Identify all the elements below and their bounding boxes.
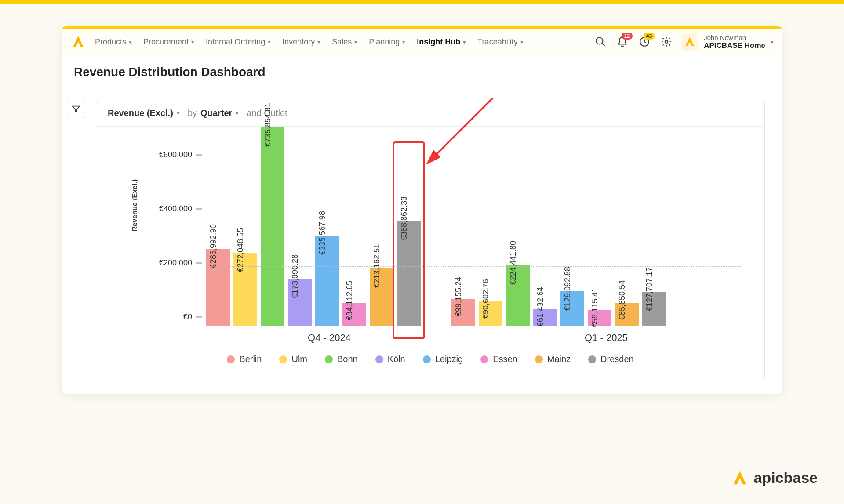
legend-item[interactable]: Bonn <box>325 354 358 364</box>
legend-label: Ulm <box>291 354 307 364</box>
plot-inner: €286,992.90€272,048.55€735,854.81€173,99… <box>206 137 742 326</box>
chart-plot: Revenue (Excl.) €0€200,000€400,000€600,0… <box>140 137 751 326</box>
chevron-down-icon: ▾ <box>520 39 524 45</box>
bar-group: €99,155.24€90,602.76€224,441.80€61,432.6… <box>451 137 666 326</box>
nav-item-traceability[interactable]: Traceability▾ <box>477 37 523 47</box>
bar[interactable]: €735,854.81 <box>261 137 284 326</box>
bar-value-label: €735,854.81 <box>263 103 273 147</box>
legend-swatch <box>325 355 333 363</box>
bar-value-label: €84,112.65 <box>345 281 354 320</box>
bar-value-label: €286,992.90 <box>209 224 218 268</box>
bar-group: €286,992.90€272,048.55€735,854.81€173,99… <box>206 137 421 326</box>
legend-swatch <box>535 355 543 363</box>
y-tick: €400,000 <box>159 204 202 214</box>
notifications-badge: 12 <box>622 33 633 40</box>
app-header: Products▾Procurement▾Internal Ordering▾I… <box>62 29 782 55</box>
chevron-down-icon: ▾ <box>191 39 194 45</box>
chart-controls: Revenue (Excl.) ▾ by Quarter ▾ and Outle… <box>96 100 764 127</box>
avatar <box>681 33 698 51</box>
chevron-down-icon: ▾ <box>317 39 320 45</box>
legend-swatch <box>279 355 287 363</box>
chevron-down-icon: ▾ <box>177 110 180 116</box>
bar[interactable]: €335,567.98 <box>315 137 339 326</box>
gear-icon[interactable] <box>661 36 672 47</box>
bar[interactable]: €286,992.90 <box>206 137 230 326</box>
bar-value-label: €173,990.28 <box>291 254 300 298</box>
chevron-down-icon: ▾ <box>771 39 774 45</box>
bell-icon[interactable]: 12 <box>617 36 628 47</box>
nav-item-insight-hub[interactable]: Insight Hub▾ <box>417 37 466 47</box>
brand-logo-icon[interactable] <box>70 34 86 50</box>
legend-label: Dresden <box>600 354 634 364</box>
groupby-value: Quarter <box>200 108 232 118</box>
legend-label: Köln <box>388 354 405 364</box>
legend-item[interactable]: Berlin <box>227 354 262 364</box>
footer-brand: apicbase <box>731 469 818 486</box>
user-menu[interactable]: John Newman APICBASE Home ▾ <box>681 33 774 51</box>
bar[interactable]: €84,112.65 <box>342 137 366 326</box>
legend-swatch <box>375 355 383 363</box>
bar-value-label: €129,092.88 <box>563 267 572 311</box>
bar-value-label: €59,115.41 <box>590 288 600 327</box>
bar-value-label: €388,862.33 <box>400 196 409 240</box>
chevron-down-icon: ▾ <box>402 39 405 45</box>
legend-item[interactable]: Essen <box>480 354 517 364</box>
bar[interactable]: €127,707.17 <box>642 137 666 326</box>
bar-value-label: €99,155.24 <box>454 277 463 316</box>
bar[interactable]: €99,155.24 <box>451 137 475 326</box>
nav-item-procurement[interactable]: Procurement▾ <box>143 37 194 47</box>
main-nav: Products▾Procurement▾Internal Ordering▾I… <box>95 37 595 47</box>
legend-swatch <box>423 355 431 363</box>
metric-dropdown[interactable]: Revenue (Excl.) ▾ <box>108 108 180 118</box>
legend-item[interactable]: Leipzig <box>423 354 463 364</box>
legend-item[interactable]: Dresden <box>588 354 634 364</box>
nav-item-sales[interactable]: Sales▾ <box>332 37 357 47</box>
chevron-down-icon: ▾ <box>129 39 132 45</box>
chevron-down-icon: ▾ <box>463 39 466 45</box>
by-label: by <box>188 108 197 118</box>
legend-item[interactable]: Ulm <box>279 354 307 364</box>
svg-line-1 <box>602 43 605 46</box>
legend-label: Berlin <box>239 354 262 364</box>
legend-label: Mainz <box>547 354 571 364</box>
bar[interactable]: €90,602.76 <box>479 137 502 326</box>
bar[interactable]: €59,115.41 <box>588 137 611 326</box>
chart-area: Revenue (Excl.) €0€200,000€400,000€600,0… <box>96 127 764 381</box>
bar[interactable]: €213,162.51 <box>370 137 393 326</box>
bar[interactable]: €272,048.55 <box>233 137 257 326</box>
legend-label: Bonn <box>337 354 358 364</box>
chart-card: Revenue (Excl.) ▾ by Quarter ▾ and Outle… <box>96 100 765 381</box>
bar[interactable]: €129,092.88 <box>560 137 584 326</box>
nav-item-internal-ordering[interactable]: Internal Ordering▾ <box>206 37 271 47</box>
search-icon[interactable] <box>595 36 606 47</box>
bar[interactable]: €388,862.33 <box>397 137 421 326</box>
bar-value-label: €127,707.17 <box>645 267 654 311</box>
y-tick: €600,000 <box>159 150 202 160</box>
bar[interactable]: €173,990.28 <box>288 137 312 326</box>
nav-item-planning[interactable]: Planning▾ <box>369 37 405 47</box>
page-title: Revenue Distribution Dashboard <box>74 65 770 79</box>
bar-value-label: €90,602.76 <box>481 279 491 319</box>
inbox-icon[interactable]: 43 <box>639 36 650 47</box>
bar-value-label: €85,850.54 <box>618 280 627 320</box>
bar[interactable]: €85,850.54 <box>615 137 639 326</box>
filter-button[interactable] <box>67 100 85 118</box>
legend-swatch <box>588 355 596 363</box>
legend-swatch <box>227 355 235 363</box>
x-tick: Q1 - 2025 <box>483 332 729 344</box>
y-axis-label: Revenue (Excl.) <box>131 179 139 232</box>
average-line <box>206 266 742 267</box>
bar[interactable]: €61,432.64 <box>533 137 557 326</box>
legend-item[interactable]: Mainz <box>535 354 571 364</box>
app-window: Products▾Procurement▾Internal Ordering▾I… <box>62 26 782 394</box>
bar[interactable]: €224,441.80 <box>506 137 530 326</box>
legend: BerlinUlmBonnKölnLeipzigEssenMainzDresde… <box>109 344 751 377</box>
chevron-down-icon: ▾ <box>236 110 239 116</box>
groupby-dropdown[interactable]: by Quarter ▾ <box>188 108 239 118</box>
nav-item-products[interactable]: Products▾ <box>95 37 132 47</box>
user-name: John Newman <box>704 34 765 41</box>
chevron-down-icon: ▾ <box>268 39 271 45</box>
nav-item-inventory[interactable]: Inventory▾ <box>282 37 320 47</box>
legend-item[interactable]: Köln <box>375 354 405 364</box>
user-org: APICBASE Home <box>704 41 765 50</box>
